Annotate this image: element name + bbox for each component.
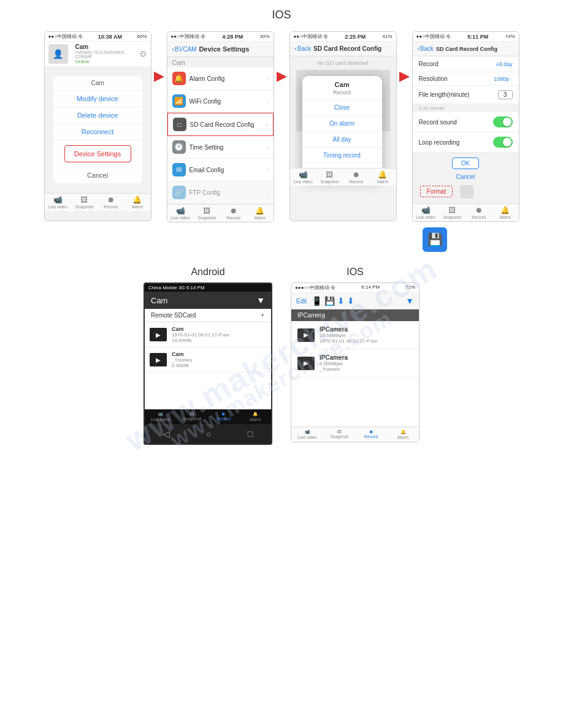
ios-b-tab-snapshot[interactable]: 🖼 Snapshot bbox=[323, 427, 355, 442]
delete-device-btn[interactable]: Delete device bbox=[53, 107, 142, 124]
home-nav-btn[interactable]: ○ bbox=[206, 429, 211, 439]
file-length-hint: 1-20 minute bbox=[413, 104, 519, 112]
record-sound-toggle[interactable] bbox=[493, 116, 513, 127]
s4-tab-alarm[interactable]: 🔔 Alarm bbox=[492, 204, 518, 221]
screen1-battery: 60% bbox=[137, 34, 147, 39]
format-btn[interactable]: Format bbox=[420, 186, 453, 197]
bottom-section: Android China Mobile 3G 6:14 PM Cam ▼ Re… bbox=[0, 260, 563, 451]
android-list-item-1[interactable]: ▶ Cam _Trashes 0.00MB bbox=[145, 347, 271, 373]
screen4-back-btn[interactable]: ‹ Back bbox=[418, 45, 434, 52]
screen4-buttons: OK Cancel Format bbox=[413, 153, 519, 203]
android-bottom-bar: ◁ ○ □ bbox=[145, 424, 271, 444]
ios-b-edit-btn[interactable]: Edit bbox=[296, 298, 307, 305]
ios-bottom-title: IOS bbox=[291, 267, 419, 278]
ios-b-tab-alarm[interactable]: 🔔 Alarm bbox=[387, 427, 419, 442]
android-tab-snapshot[interactable]: 🖼 Snapshot bbox=[177, 409, 209, 424]
tab-record[interactable]: ⏺ Record bbox=[98, 194, 124, 211]
s3-tab-snapshot[interactable]: 🖼 Snapshot bbox=[316, 169, 343, 186]
alarm-label: Alarm Config bbox=[190, 75, 263, 82]
cancel-text-btn[interactable]: Cancel bbox=[413, 172, 519, 182]
resolution-value[interactable]: 1080p › bbox=[494, 75, 512, 82]
screen2-back-btn[interactable]: ‹ BVCAM bbox=[172, 46, 197, 53]
s2-tab-record[interactable]: ⏺ Record bbox=[220, 205, 247, 222]
back-nav-btn[interactable]: ◁ bbox=[163, 429, 170, 439]
android-filter-icon[interactable]: ▼ bbox=[256, 295, 265, 305]
s4-record-icon: ⏺ bbox=[475, 206, 483, 214]
android-list-item-0[interactable]: ▶ Cam 1970-01-01 08:01 27-P.avi 19.64MB bbox=[145, 322, 271, 347]
android-tab-record[interactable]: ⏺ Record bbox=[208, 409, 240, 424]
sd-settings-icon: □ bbox=[173, 118, 186, 131]
record-value[interactable]: All day bbox=[496, 61, 512, 67]
email-settings-icon: ✉ bbox=[172, 163, 186, 176]
ios-b-icons-group: 📱 💾 ⬇ ⬇ bbox=[312, 296, 354, 306]
dialog-all-day-btn[interactable]: All day bbox=[302, 132, 382, 148]
dialog-timing-btn[interactable]: Timing record bbox=[302, 148, 382, 164]
tab-alarm[interactable]: 🔔 Alarm bbox=[124, 194, 150, 211]
dialog-on-alarm-btn[interactable]: On alarm bbox=[302, 116, 382, 132]
settings-sd-card[interactable]: □ SD Card Record Config bbox=[167, 113, 274, 136]
ios-b-filter-icon[interactable]: ▼ bbox=[405, 296, 414, 306]
android-alarm-icon: 🔔 bbox=[253, 412, 258, 417]
s4-tab-snapshot[interactable]: 🖼 Snapshot bbox=[439, 204, 465, 221]
settings-time[interactable]: 🕐 Time Setting bbox=[167, 136, 274, 159]
ios-b-list-item-0[interactable]: ▶ IPCamera 19.64MByte 1970-01-01 08 01 2… bbox=[291, 321, 419, 349]
settings-wifi[interactable]: 📶 WiFi Config bbox=[167, 90, 274, 113]
ios-b-item-detail-0: 19.64MByte bbox=[320, 333, 413, 338]
android-dropdown[interactable]: Remote SDCard ▼ bbox=[145, 309, 271, 322]
ios-b-empty-space bbox=[291, 377, 419, 427]
dialog-close-btn[interactable]: Close bbox=[302, 100, 382, 116]
wifi-settings-icon: 📶 bbox=[172, 94, 186, 108]
settings-alarm[interactable]: 🔔 Alarm Config bbox=[167, 67, 274, 90]
screen2-title: Device Settings bbox=[199, 45, 268, 53]
android-tab-bar: 📹 Live video 🖼 Snapshot ⏺ Record 🔔 Alarm bbox=[145, 409, 271, 424]
screen3-nav: ‹ Back SD Card Record Config bbox=[290, 42, 396, 56]
android-item-info-1: Cam _Trashes 0.00MB bbox=[172, 351, 266, 368]
ios-b-list-item-1[interactable]: ▶ IPCamera 0.00MByte _Trashes bbox=[291, 349, 419, 377]
ios-b-item-sub-0: 1970-01-01 08 01 27-P.avi bbox=[320, 338, 413, 344]
gear-icon[interactable]: ⚙ bbox=[139, 49, 147, 59]
cancel-btn[interactable]: Cancel bbox=[53, 167, 142, 183]
screen3-battery: 41% bbox=[382, 34, 392, 39]
screen3-back-btn[interactable]: ‹ Back bbox=[295, 45, 312, 52]
email-label: Email Config bbox=[190, 167, 263, 173]
snapshot-icon: 🖼 bbox=[80, 195, 88, 204]
screen2-statusbar: ●●○中国移动 令 4:28 PM 30% bbox=[167, 32, 274, 42]
s4-tab-record[interactable]: ⏺ Record bbox=[465, 204, 492, 221]
sd-icon-container: 💾 bbox=[423, 227, 447, 252]
device-settings-btn[interactable]: Device Settings bbox=[64, 145, 131, 162]
s3-tab-live[interactable]: 📹 Live video bbox=[290, 169, 316, 186]
settings-email[interactable]: ✉ Email Config bbox=[167, 159, 274, 181]
s4-tab-live[interactable]: 📹 Live video bbox=[413, 204, 439, 221]
loop-recording-row: Loop recording bbox=[413, 132, 519, 153]
sd-label: SD Card Record Config bbox=[190, 121, 262, 128]
device-menu-title: Cam bbox=[53, 76, 142, 91]
modify-device-btn[interactable]: Modify device bbox=[53, 91, 142, 107]
ios-b-thumb-0: ▶ bbox=[297, 328, 315, 342]
android-tab-alarm[interactable]: 🔔 Alarm bbox=[240, 409, 272, 424]
android-screen: China Mobile 3G 6:14 PM Cam ▼ Remote SDC… bbox=[144, 282, 272, 445]
recents-nav-btn[interactable]: □ bbox=[248, 429, 253, 439]
file-length-label: File length(minute) bbox=[419, 91, 498, 98]
screen2-time: 4:28 PM bbox=[222, 34, 243, 40]
s2-tab-snapshot[interactable]: 🖼 Snapshot bbox=[194, 205, 220, 222]
ios-b-item-info-0: IPCamera 19.64MByte 1970-01-01 08 01 27-… bbox=[320, 326, 413, 344]
loop-recording-toggle[interactable] bbox=[493, 137, 513, 148]
screen4-nav: ‹ Back SD Card Record Config bbox=[413, 42, 519, 56]
tab-live-video[interactable]: 📹 Live video bbox=[45, 194, 71, 211]
android-item-detail-1: _Trashes bbox=[172, 357, 266, 363]
s2-tab-alarm[interactable]: 🔔 Alarm bbox=[247, 205, 273, 222]
ios-b-tab-live[interactable]: 📹 Live video bbox=[291, 427, 323, 442]
s3-tab-alarm[interactable]: 🔔 Alarm bbox=[369, 169, 396, 186]
live-video-icon: 📹 bbox=[53, 195, 63, 204]
settings-ftp[interactable]: 🔗 FTP Config bbox=[167, 181, 274, 204]
android-header: Cam ▼ bbox=[145, 292, 271, 309]
file-length-input[interactable]: 3 bbox=[498, 90, 513, 99]
ok-button[interactable]: OK bbox=[452, 157, 479, 169]
s2-tab-live[interactable]: 📹 Live video bbox=[167, 205, 194, 222]
device-settings-container: Device Settings bbox=[53, 140, 142, 167]
s3-tab-record[interactable]: ⏺ Record bbox=[343, 169, 369, 186]
android-tab-live[interactable]: 📹 Live video bbox=[145, 409, 177, 424]
reconnect-btn[interactable]: Reconnect bbox=[53, 124, 142, 140]
tab-snapshot[interactable]: 🖼 Snapshot bbox=[71, 194, 98, 211]
ios-b-tab-record[interactable]: ⏺ Record bbox=[355, 427, 387, 442]
